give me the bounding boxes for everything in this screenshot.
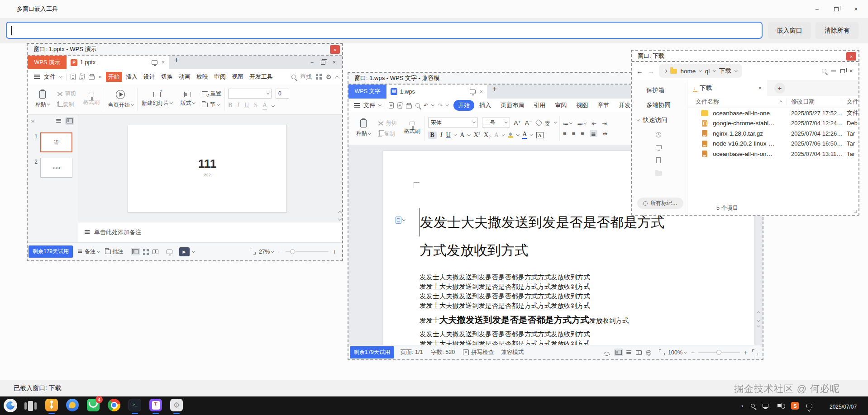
export-icon[interactable] [79,73,85,80]
bold-button[interactable]: B [428,132,437,139]
highlight-dropdown[interactable] [516,133,519,136]
preview-icon[interactable] [415,103,420,108]
back-button[interactable]: ← [636,67,643,75]
file-row[interactable]: google-chrome-stabl… 2025/07/04 12:24… D… [687,118,858,129]
chevron-down-icon[interactable] [713,69,715,71]
page-indicator[interactable]: 页面: 1/1 [401,349,423,356]
redo-icon[interactable]: ↷ [438,102,443,109]
underline-button[interactable]: U [244,102,249,110]
copy-button[interactable]: 复制 [57,101,76,108]
strike-dropdown[interactable] [467,133,470,136]
breadcrumb-user[interactable]: ql [705,68,710,75]
multitasking-view-button[interactable] [24,401,37,411]
fm-minimize-button[interactable] [831,71,836,71]
play-options-dropdown[interactable] [192,250,195,252]
file-name[interactable]: node-v16.20.2-linux-… [713,140,775,147]
embedded-window-downloads[interactable]: 窗口: 下载 × ← → home ql 下载 [631,50,859,216]
text-effect-button[interactable]: A [494,132,499,139]
cut-button[interactable]: 剪切 [378,119,397,127]
notes-toggle[interactable]: 备注 [77,248,100,255]
writer-menu-tab[interactable]: 引用 [529,100,550,111]
cut-button[interactable]: 剪切 [57,90,76,98]
zoom-slider-knob[interactable] [290,249,295,254]
dock-item-text-editor[interactable]: T [149,399,162,411]
increase-indent-button[interactable]: ⇥ [602,120,607,127]
thumbnail-view-icon[interactable] [65,117,74,125]
ppt-menu-tab[interactable]: 切换 [159,72,175,82]
zoom-dropdown[interactable] [271,250,274,252]
more-tools-icon[interactable]: » [99,73,102,80]
ppt-menu-tab[interactable]: 设计 [141,72,157,82]
paragraph-style-button[interactable] [396,217,405,224]
launcher-button[interactable] [4,399,17,412]
file-row[interactable]: oceanbase-all-in-one 2025/05/27 17:52… 文… [687,108,858,118]
tab-close-icon[interactable]: × [162,59,165,66]
sogou-input-icon[interactable]: S [791,402,799,410]
slide-subtitle-text[interactable]: 222 [204,173,210,177]
slide-thumbnail-row[interactable]: 1 111 222 [28,132,78,152]
file-menu[interactable]: 文件 [363,101,375,109]
bold-button[interactable]: B [228,102,232,110]
new-slide-button[interactable]: 新建幻灯片 [138,84,176,114]
trial-badge[interactable]: 剩余179天试用 [350,346,394,358]
scroll-up-icon[interactable] [756,311,760,315]
doc-scrollbar[interactable] [755,311,761,327]
ppt-document-tab[interactable]: P 1.pptx × [67,56,169,69]
share-screen-icon[interactable] [152,60,157,65]
ppt-menu-tab[interactable]: 审阅 [212,72,228,82]
dock-item-mail[interactable]: 4 [87,399,100,411]
sidebar-item-quick-access[interactable]: 快速访问 [632,113,687,127]
all-tags-button[interactable]: 所有标记… [637,198,683,209]
new-tab-button[interactable]: + [492,85,497,99]
find-label[interactable]: 查找 [300,73,312,81]
tab-close-icon[interactable]: × [480,89,483,95]
sidebar-item-vault[interactable]: 保护箱 [632,83,687,98]
zoom-out-button[interactable]: − [691,349,695,356]
tray-volume-icon[interactable] [777,404,780,407]
search-icon[interactable] [822,69,826,73]
ppt-menu-tab[interactable]: 放映 [194,72,210,82]
word-count[interactable]: 字数: 520 [431,349,455,356]
export-icon[interactable] [397,102,403,108]
writer-menu-tab[interactable]: 章节 [593,100,614,111]
breadcrumb-home[interactable]: home [681,68,696,75]
col-name-header[interactable]: 文件名称 [687,98,787,105]
slide-thumbnail[interactable]: 111 222 [40,132,72,152]
outline-view-icon[interactable] [56,119,61,120]
strikethrough-button[interactable]: A [460,132,464,139]
doc-body-line[interactable]: 发发士大夫撒发送到发是否是否都是方式方式发放收到方式 [420,282,758,292]
file-name[interactable]: google-chrome-stabl… [713,120,775,127]
collapse-ribbon-icon[interactable] [335,76,338,79]
sidebar-item-multidevice[interactable]: 多端协同 [632,98,687,113]
web-view-button[interactable] [644,349,653,357]
save-icon[interactable] [71,74,76,80]
ppt-menu-tab[interactable]: 开发工具 [247,72,275,82]
distribute-button[interactable]: ⇹ [603,130,608,137]
ppt-minimize-button[interactable]: − [310,59,314,66]
file-row[interactable]: oceanbase-all-in-on… 2025/07/04 13:11… T… [687,149,858,159]
save-icon[interactable] [389,102,394,108]
chevron-down-icon[interactable] [734,69,737,71]
folder-shortcut-icon[interactable] [655,171,662,176]
section-button[interactable]: 节 [202,101,221,108]
apps-grid-icon[interactable] [316,74,318,76]
font-color-dropdown[interactable] [530,133,533,136]
hamburger-icon[interactable] [34,75,40,75]
file-row[interactable]: nginx-1.28.0.tar.gz 2025/07/04 12:26… Ta… [687,128,858,139]
breadcrumb-dir[interactable]: 下载 [719,67,731,75]
doc-heading-line2[interactable]: 方式发放收到方式 [420,236,758,264]
reset-button[interactable]: 重置 [202,90,221,98]
doc-body-line[interactable]: 发发士大夫撒发送到发是否是否都是方式方式发放收到方式 [420,273,758,282]
outline-view-button[interactable] [625,349,633,356]
document-text[interactable]: 发发士大夫撒发送到发是否是否都是方式 方式发放收到方式 发发士大夫撒发送到发是否… [420,208,758,345]
justify-button[interactable]: ≣ [590,130,597,137]
col-size-header[interactable]: 文件大小 [843,98,858,106]
character-border-button[interactable]: A [536,132,544,138]
file-name[interactable]: nginx-1.28.0.tar.gz [713,130,763,137]
writer-menu-tab[interactable]: 开始 [453,100,474,111]
writer-menu-tab[interactable]: 视图 [572,100,592,111]
trial-badge[interactable]: 剩余179天试用 [29,245,73,258]
eye-protect-icon[interactable] [604,352,610,355]
read-view-button[interactable] [634,349,643,356]
writer-document-tab[interactable]: W 1.wps × [386,85,487,99]
